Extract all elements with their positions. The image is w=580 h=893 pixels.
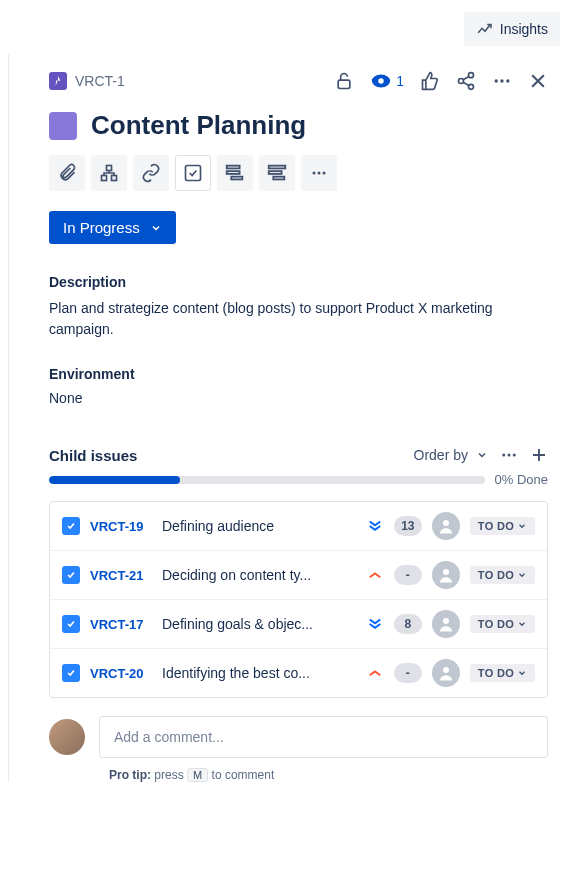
progress-text: 0% Done xyxy=(495,472,548,487)
assignee-avatar[interactable] xyxy=(432,659,460,687)
environment-value[interactable]: None xyxy=(49,390,548,406)
close-icon[interactable] xyxy=(528,71,548,91)
svg-point-7 xyxy=(500,79,503,82)
svg-rect-15 xyxy=(231,177,242,180)
svg-point-8 xyxy=(506,79,509,82)
story-points-badge: - xyxy=(394,663,422,683)
svg-point-27 xyxy=(443,618,449,624)
priority-icon[interactable] xyxy=(366,517,384,535)
watch-button[interactable]: 1 xyxy=(370,70,404,92)
child-issue-row[interactable]: VRCT-21Deciding on content ty...-TO DO xyxy=(50,551,547,600)
svg-point-23 xyxy=(508,454,511,457)
add-child-button[interactable] xyxy=(91,155,127,191)
insights-button[interactable]: Insights xyxy=(464,12,560,46)
priority-icon[interactable] xyxy=(366,664,384,682)
svg-rect-10 xyxy=(102,176,107,181)
child-summary[interactable]: Defining audience xyxy=(162,518,356,534)
svg-rect-12 xyxy=(186,166,201,181)
svg-point-24 xyxy=(513,454,516,457)
svg-rect-0 xyxy=(338,80,350,88)
pro-tip: Pro tip: press M to comment xyxy=(109,768,548,782)
description-label: Description xyxy=(49,274,548,290)
progress-bar xyxy=(49,476,485,484)
svg-point-21 xyxy=(323,172,326,175)
svg-point-22 xyxy=(502,454,505,457)
epic-color-swatch[interactable] xyxy=(49,112,77,140)
issue-title[interactable]: Content Planning xyxy=(91,110,306,141)
chevron-down-icon xyxy=(150,222,162,234)
attach-button[interactable] xyxy=(49,155,85,191)
status-dropdown[interactable]: In Progress xyxy=(49,211,176,244)
svg-point-25 xyxy=(443,520,449,526)
task-icon xyxy=(62,517,80,535)
issues-in-epic-button[interactable] xyxy=(217,155,253,191)
svg-rect-14 xyxy=(227,171,240,174)
svg-point-4 xyxy=(459,79,464,84)
child-key-link[interactable]: VRCT-17 xyxy=(90,617,152,632)
child-issues-list: VRCT-19Defining audience13TO DO VRCT-21D… xyxy=(49,501,548,698)
child-status-dropdown[interactable]: TO DO xyxy=(470,664,535,682)
svg-point-2 xyxy=(378,78,384,84)
child-summary[interactable]: Deciding on content ty... xyxy=(162,567,356,583)
task-icon xyxy=(62,566,80,584)
issue-key-link[interactable]: VRCT-1 xyxy=(75,73,125,89)
child-issue-row[interactable]: VRCT-20Identifying the best co...-TO DO xyxy=(50,649,547,697)
insights-label: Insights xyxy=(500,21,548,37)
svg-point-20 xyxy=(318,172,321,175)
checkbox-button[interactable] xyxy=(175,155,211,191)
child-summary[interactable]: Defining goals & objec... xyxy=(162,616,356,632)
comment-input[interactable]: Add a comment... xyxy=(99,716,548,758)
child-key-link[interactable]: VRCT-20 xyxy=(90,666,152,681)
child-key-link[interactable]: VRCT-21 xyxy=(90,568,152,583)
assignee-avatar[interactable] xyxy=(432,610,460,638)
more-actions-button[interactable] xyxy=(301,155,337,191)
task-icon xyxy=(62,664,80,682)
chart-icon xyxy=(476,20,494,38)
child-key-link[interactable]: VRCT-19 xyxy=(90,519,152,534)
priority-icon[interactable] xyxy=(366,615,384,633)
like-icon[interactable] xyxy=(420,71,440,91)
svg-rect-18 xyxy=(273,177,284,180)
description-text[interactable]: Plan and strategize content (blog posts)… xyxy=(49,298,548,340)
child-issue-row[interactable]: VRCT-19Defining audience13TO DO xyxy=(50,502,547,551)
watch-count: 1 xyxy=(396,73,404,89)
svg-point-6 xyxy=(495,79,498,82)
priority-icon[interactable] xyxy=(366,566,384,584)
svg-point-28 xyxy=(443,667,449,673)
child-status-dropdown[interactable]: TO DO xyxy=(470,615,535,633)
svg-rect-9 xyxy=(107,166,112,171)
assignee-avatar[interactable] xyxy=(432,512,460,540)
user-avatar[interactable] xyxy=(49,719,85,755)
order-by-dropdown[interactable]: Order by xyxy=(414,447,488,463)
child-status-dropdown[interactable]: TO DO xyxy=(470,566,535,584)
svg-rect-17 xyxy=(269,171,282,174)
svg-point-3 xyxy=(469,73,474,78)
assignee-avatar[interactable] xyxy=(432,561,460,589)
svg-point-26 xyxy=(443,569,449,575)
child-issue-row[interactable]: VRCT-17Defining goals & objec...8TO DO xyxy=(50,600,547,649)
svg-rect-11 xyxy=(112,176,117,181)
feature-flags-button[interactable] xyxy=(259,155,295,191)
story-points-badge: 13 xyxy=(394,516,422,536)
svg-point-19 xyxy=(313,172,316,175)
share-icon[interactable] xyxy=(456,71,476,91)
more-icon[interactable] xyxy=(492,71,512,91)
svg-point-5 xyxy=(469,84,474,89)
link-button[interactable] xyxy=(133,155,169,191)
lock-icon[interactable] xyxy=(334,71,354,91)
add-child-icon[interactable] xyxy=(530,446,548,464)
child-summary[interactable]: Identifying the best co... xyxy=(162,665,356,681)
epic-icon xyxy=(49,72,67,90)
story-points-badge: - xyxy=(394,565,422,585)
order-by-label: Order by xyxy=(414,447,468,463)
svg-rect-13 xyxy=(227,166,240,169)
status-label: In Progress xyxy=(63,219,140,236)
environment-label: Environment xyxy=(49,366,548,382)
child-issues-label: Child issues xyxy=(49,447,137,464)
child-more-icon[interactable] xyxy=(500,446,518,464)
svg-rect-16 xyxy=(269,166,286,169)
child-status-dropdown[interactable]: TO DO xyxy=(470,517,535,535)
story-points-badge: 8 xyxy=(394,614,422,634)
task-icon xyxy=(62,615,80,633)
